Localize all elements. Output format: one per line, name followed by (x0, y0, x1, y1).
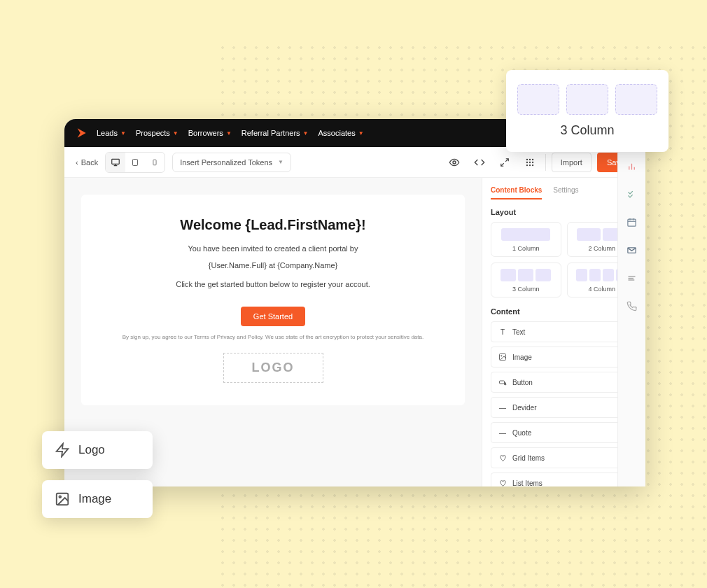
email-fine-print: By sign up, you agree to our Terms of Pr… (109, 333, 437, 342)
image-icon (55, 491, 70, 507)
svg-point-7 (453, 161, 456, 164)
mobile-icon (151, 158, 158, 167)
phone-icon (626, 301, 637, 312)
device-tablet[interactable] (125, 153, 145, 172)
svg-marker-33 (57, 444, 69, 456)
brand-logo-icon (76, 127, 87, 139)
rail-tasks[interactable] (626, 188, 638, 200)
svg-point-13 (526, 161, 527, 162)
tokens-dropdown[interactable]: Insert Personalized Tokens ▼ (172, 153, 291, 172)
chevron-left-icon: ‹ (76, 158, 78, 167)
content-image[interactable]: Image (491, 346, 637, 368)
quote-icon: — (498, 428, 507, 437)
svg-rect-2 (112, 159, 120, 164)
expand-icon (500, 158, 510, 167)
svg-point-15 (532, 161, 533, 162)
back-button[interactable]: ‹ Back (76, 158, 98, 167)
svg-point-12 (532, 158, 533, 160)
callout-label: Logo (78, 443, 105, 457)
app-window: Leads▼ Prospects▼ Borrowers▼ Referral Pa… (64, 119, 645, 486)
chevron-down-icon: ▼ (278, 159, 284, 165)
column-block-icon (615, 84, 657, 115)
layout-1-column[interactable]: 1 Column (491, 222, 561, 257)
rail-mail[interactable] (626, 244, 638, 256)
rail-notes[interactable] (626, 272, 638, 284)
content-divider[interactable]: —Devider (491, 397, 637, 418)
column-block-icon (566, 84, 608, 115)
device-desktop[interactable] (106, 153, 125, 172)
image-icon (498, 353, 507, 361)
logo-placeholder[interactable]: LOGO (223, 353, 323, 383)
mail-icon (626, 245, 637, 255)
chevron-down-icon: ▼ (358, 130, 364, 136)
grid-items-icon (498, 454, 507, 462)
list-items-icon (498, 479, 507, 486)
tab-settings[interactable]: Settings (553, 186, 578, 200)
import-button[interactable]: Import (552, 153, 592, 172)
grid-button[interactable] (520, 153, 540, 172)
content-quote[interactable]: —Quote (491, 422, 637, 443)
chevron-down-icon: ▼ (173, 130, 178, 136)
calendar-icon (626, 217, 637, 227)
right-rail (617, 150, 645, 486)
section-layout-header[interactable]: Layout ⌃ (491, 208, 637, 216)
eye-icon (449, 157, 460, 168)
preview-button[interactable] (444, 153, 464, 172)
nav-leads[interactable]: Leads▼ (97, 129, 126, 137)
svg-rect-5 (133, 159, 138, 165)
email-line-2: {User.Name.Full} at {Company.Name} (109, 260, 437, 272)
code-button[interactable] (470, 153, 489, 172)
email-line-3: Click the get started button below to re… (109, 279, 437, 291)
email-title: Welcome {Lead.FirstName}! (109, 217, 437, 233)
svg-rect-25 (628, 219, 636, 226)
chevron-down-icon: ▼ (226, 130, 232, 136)
device-mobile[interactable] (145, 153, 164, 172)
callout-label: Image (78, 492, 111, 506)
chevron-down-icon: ▼ (120, 130, 126, 136)
rail-phone[interactable] (626, 300, 638, 312)
callout-image: Image (42, 480, 153, 518)
rail-calendar[interactable] (626, 216, 638, 228)
svg-point-11 (529, 158, 531, 160)
expand-button[interactable] (495, 153, 514, 172)
desktop-icon (111, 158, 120, 167)
section-content-header[interactable]: Content ⌃ (491, 307, 637, 316)
chart-icon (626, 161, 637, 172)
svg-point-16 (526, 164, 527, 165)
lightning-icon (55, 442, 70, 458)
nav-prospects[interactable]: Prospects▼ (136, 129, 178, 137)
notes-icon (626, 273, 637, 284)
svg-rect-21 (500, 381, 505, 384)
rail-analytics[interactable] (626, 160, 638, 172)
column-block-icon (517, 84, 559, 115)
get-started-button[interactable]: Get Started (241, 307, 305, 326)
callout-3-column: 3 Column (506, 70, 668, 152)
nav-referral-partners[interactable]: Referral Partners▼ (241, 129, 309, 137)
svg-point-20 (501, 356, 503, 357)
svg-line-9 (500, 163, 503, 166)
svg-rect-6 (153, 160, 156, 165)
svg-point-14 (529, 161, 531, 162)
layout-3-column[interactable]: 3 Column (491, 262, 561, 298)
text-icon: T (498, 328, 507, 336)
email-line-1: You have been invited to created a clien… (109, 243, 437, 255)
device-switcher (105, 152, 165, 173)
svg-point-10 (526, 158, 527, 160)
code-icon (474, 157, 485, 168)
chevron-down-icon: ▼ (303, 130, 309, 136)
content-button[interactable]: Button (491, 372, 637, 393)
callout-logo: Logo (42, 431, 153, 469)
nav-borrowers[interactable]: Borrowers▼ (188, 129, 232, 137)
content-text[interactable]: TText (491, 321, 637, 342)
svg-point-17 (529, 164, 531, 165)
svg-point-18 (532, 164, 533, 165)
callout-label: 3 Column (560, 123, 614, 138)
email-canvas[interactable]: Welcome {Lead.FirstName}! You have been … (81, 195, 465, 405)
tab-content-blocks[interactable]: Content Blocks (491, 186, 542, 200)
content-grid-items[interactable]: Grid Items (491, 447, 637, 468)
grid-icon (525, 158, 535, 167)
svg-line-8 (505, 158, 508, 161)
content-list-items[interactable]: List Items (491, 472, 637, 486)
nav-associates[interactable]: Associates▼ (318, 129, 363, 137)
check-icon (626, 189, 637, 200)
